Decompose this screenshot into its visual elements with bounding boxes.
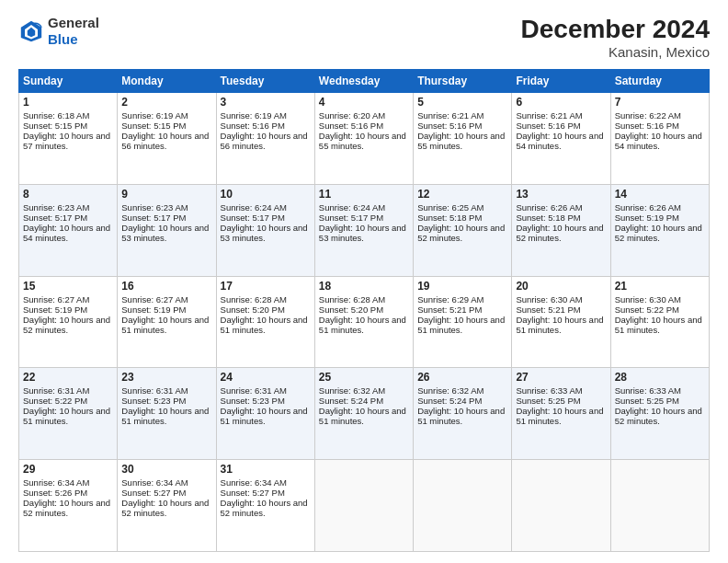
sunrise-text: Sunrise: 6:24 AM xyxy=(319,202,385,213)
sunset-text: Sunset: 5:26 PM xyxy=(23,488,87,498)
sunset-text: Sunset: 5:27 PM xyxy=(121,488,186,498)
calendar-cell xyxy=(414,460,512,552)
day-number: 1 xyxy=(23,96,113,109)
sunrise-text: Sunrise: 6:31 AM xyxy=(121,385,188,396)
calendar-cell xyxy=(314,460,413,552)
daylight-text: Daylight: 10 hours and 51 minutes. xyxy=(516,315,603,335)
calendar-cell: 8 Sunrise: 6:23 AM Sunset: 5:17 PM Dayli… xyxy=(19,184,118,276)
sunset-text: Sunset: 5:19 PM xyxy=(615,213,679,223)
day-number: 31 xyxy=(221,463,311,476)
day-header-saturday: Saturday xyxy=(610,70,709,93)
sunrise-text: Sunrise: 6:22 AM xyxy=(615,110,681,121)
calendar-cell xyxy=(512,460,610,552)
calendar-cell: 10 Sunrise: 6:24 AM Sunset: 5:17 PM Dayl… xyxy=(216,184,314,276)
daylight-text: Daylight: 10 hours and 51 minutes. xyxy=(221,315,308,335)
daylight-text: Daylight: 10 hours and 54 minutes. xyxy=(23,223,110,243)
day-number: 6 xyxy=(516,96,606,109)
calendar-cell: 27 Sunrise: 6:33 AM Sunset: 5:25 PM Dayl… xyxy=(512,368,610,460)
sunrise-text: Sunrise: 6:32 AM xyxy=(417,385,483,396)
day-number: 25 xyxy=(319,371,409,384)
sunrise-text: Sunrise: 6:23 AM xyxy=(121,202,188,213)
daylight-text: Daylight: 10 hours and 51 minutes. xyxy=(615,315,702,335)
calendar-cell: 1 Sunrise: 6:18 AM Sunset: 5:15 PM Dayli… xyxy=(19,93,118,185)
day-number: 26 xyxy=(417,371,507,384)
sunset-text: Sunset: 5:16 PM xyxy=(615,121,679,131)
day-header-monday: Monday xyxy=(118,70,216,93)
calendar-cell: 21 Sunrise: 6:30 AM Sunset: 5:22 PM Dayl… xyxy=(610,276,709,368)
sunset-text: Sunset: 5:22 PM xyxy=(615,304,679,315)
sunrise-text: Sunrise: 6:23 AM xyxy=(23,202,89,213)
calendar-cell: 16 Sunrise: 6:27 AM Sunset: 5:19 PM Dayl… xyxy=(118,276,216,368)
sunrise-text: Sunrise: 6:19 AM xyxy=(221,110,287,121)
calendar-cell: 29 Sunrise: 6:34 AM Sunset: 5:26 PM Dayl… xyxy=(19,460,118,552)
calendar-week-2: 8 Sunrise: 6:23 AM Sunset: 5:17 PM Dayli… xyxy=(19,184,710,276)
header: General Blue December 2024 Kanasin, Mexi… xyxy=(18,15,710,60)
calendar-cell: 26 Sunrise: 6:32 AM Sunset: 5:24 PM Dayl… xyxy=(414,368,512,460)
sunset-text: Sunset: 5:15 PM xyxy=(121,121,186,131)
sunrise-text: Sunrise: 6:27 AM xyxy=(23,294,89,304)
calendar-week-3: 15 Sunrise: 6:27 AM Sunset: 5:19 PM Dayl… xyxy=(19,276,710,368)
sunset-text: Sunset: 5:17 PM xyxy=(221,213,285,223)
daylight-text: Daylight: 10 hours and 52 minutes. xyxy=(417,223,505,243)
sunset-text: Sunset: 5:17 PM xyxy=(23,213,87,223)
day-number: 24 xyxy=(221,371,311,384)
sunrise-text: Sunrise: 6:26 AM xyxy=(516,202,582,213)
sunset-text: Sunset: 5:19 PM xyxy=(23,304,87,315)
sunrise-text: Sunrise: 6:21 AM xyxy=(516,110,582,121)
calendar-cell: 14 Sunrise: 6:26 AM Sunset: 5:19 PM Dayl… xyxy=(610,184,709,276)
daylight-text: Daylight: 10 hours and 51 minutes. xyxy=(121,315,209,335)
day-header-thursday: Thursday xyxy=(414,70,512,93)
daylight-text: Daylight: 10 hours and 52 minutes. xyxy=(121,498,209,518)
day-number: 5 xyxy=(417,96,507,109)
day-number: 15 xyxy=(23,280,113,293)
sunrise-text: Sunrise: 6:29 AM xyxy=(417,294,483,304)
calendar-table: SundayMondayTuesdayWednesdayThursdayFrid… xyxy=(18,69,710,552)
sunset-text: Sunset: 5:25 PM xyxy=(516,396,580,406)
sunset-text: Sunset: 5:20 PM xyxy=(221,304,285,315)
daylight-text: Daylight: 10 hours and 56 minutes. xyxy=(121,131,209,151)
sunrise-text: Sunrise: 6:32 AM xyxy=(319,385,385,396)
daylight-text: Daylight: 10 hours and 55 minutes. xyxy=(319,131,406,151)
calendar-cell: 31 Sunrise: 6:34 AM Sunset: 5:27 PM Dayl… xyxy=(216,460,314,552)
calendar-cell: 4 Sunrise: 6:20 AM Sunset: 5:16 PM Dayli… xyxy=(314,93,413,185)
calendar-cell: 13 Sunrise: 6:26 AM Sunset: 5:18 PM Dayl… xyxy=(512,184,610,276)
sunrise-text: Sunrise: 6:33 AM xyxy=(615,385,681,396)
day-number: 3 xyxy=(221,96,311,109)
sunrise-text: Sunrise: 6:21 AM xyxy=(417,110,483,121)
sunrise-text: Sunrise: 6:24 AM xyxy=(221,202,287,213)
calendar-cell: 30 Sunrise: 6:34 AM Sunset: 5:27 PM Dayl… xyxy=(118,460,216,552)
calendar-cell: 9 Sunrise: 6:23 AM Sunset: 5:17 PM Dayli… xyxy=(118,184,216,276)
calendar-week-1: 1 Sunrise: 6:18 AM Sunset: 5:15 PM Dayli… xyxy=(19,93,710,185)
sunset-text: Sunset: 5:17 PM xyxy=(121,213,186,223)
day-number: 28 xyxy=(615,371,705,384)
calendar-subtitle: Kanasin, Mexico xyxy=(521,44,710,60)
daylight-text: Daylight: 10 hours and 51 minutes. xyxy=(417,406,505,426)
sunset-text: Sunset: 5:24 PM xyxy=(417,396,482,406)
calendar-cell: 20 Sunrise: 6:30 AM Sunset: 5:21 PM Dayl… xyxy=(512,276,610,368)
sunset-text: Sunset: 5:20 PM xyxy=(319,304,383,315)
daylight-text: Daylight: 10 hours and 52 minutes. xyxy=(23,315,110,335)
day-number: 10 xyxy=(221,188,311,201)
daylight-text: Daylight: 10 hours and 52 minutes. xyxy=(221,498,308,518)
daylight-text: Daylight: 10 hours and 57 minutes. xyxy=(23,131,110,151)
day-number: 11 xyxy=(319,188,409,201)
calendar-cell: 23 Sunrise: 6:31 AM Sunset: 5:23 PM Dayl… xyxy=(118,368,216,460)
sunrise-text: Sunrise: 6:20 AM xyxy=(319,110,385,121)
calendar-cell: 7 Sunrise: 6:22 AM Sunset: 5:16 PM Dayli… xyxy=(610,93,709,185)
sunrise-text: Sunrise: 6:30 AM xyxy=(615,294,681,304)
calendar-week-4: 22 Sunrise: 6:31 AM Sunset: 5:22 PM Dayl… xyxy=(19,368,710,460)
sunrise-text: Sunrise: 6:34 AM xyxy=(121,477,188,488)
day-number: 20 xyxy=(516,280,606,293)
sunset-text: Sunset: 5:16 PM xyxy=(417,121,482,131)
calendar-cell: 28 Sunrise: 6:33 AM Sunset: 5:25 PM Dayl… xyxy=(610,368,709,460)
logo-general: General xyxy=(48,15,99,30)
sunrise-text: Sunrise: 6:25 AM xyxy=(417,202,483,213)
sunset-text: Sunset: 5:23 PM xyxy=(221,396,285,406)
sunset-text: Sunset: 5:22 PM xyxy=(23,396,87,406)
sunset-text: Sunset: 5:16 PM xyxy=(319,121,383,131)
sunset-text: Sunset: 5:18 PM xyxy=(417,213,482,223)
daylight-text: Daylight: 10 hours and 51 minutes. xyxy=(319,315,406,335)
calendar-cell: 11 Sunrise: 6:24 AM Sunset: 5:17 PM Dayl… xyxy=(314,184,413,276)
daylight-text: Daylight: 10 hours and 52 minutes. xyxy=(516,223,603,243)
daylight-text: Daylight: 10 hours and 54 minutes. xyxy=(516,131,603,151)
